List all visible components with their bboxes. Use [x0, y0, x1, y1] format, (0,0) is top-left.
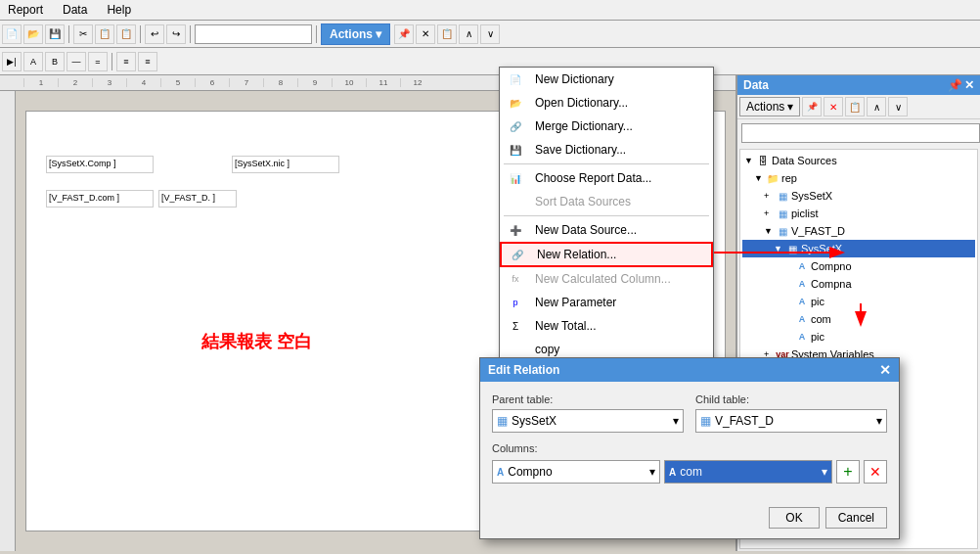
expand-syssetx2[interactable]: ▼ — [774, 244, 783, 254]
panel-title: Data — [743, 78, 769, 92]
dropdown-menu: 📄 New Dictionary 📂 Open Dictionary... 🔗 … — [499, 67, 714, 362]
menu-new-relation[interactable]: 🔗 New Relation... — [500, 242, 713, 267]
sort-sources-icon — [508, 194, 523, 209]
tb2-btn1[interactable]: ▶| — [2, 52, 22, 71]
sep1 — [68, 25, 69, 43]
sep4 — [316, 25, 317, 43]
panel-pin-icon[interactable]: 📌 — [948, 78, 962, 92]
tb2-btn3[interactable]: B — [45, 52, 65, 71]
syssetx2-label: SysSetX — [801, 243, 842, 254]
toolbar-btn4[interactable]: ✂ — [73, 24, 93, 44]
toolbar-btn5[interactable]: 📋 — [95, 24, 114, 44]
child-table-arrow: ▾ — [876, 414, 882, 428]
menu-choose-report[interactable]: 📊 Choose Report Data... — [500, 166, 713, 190]
child-table-select[interactable]: ▦ V_FAST_D ▾ — [695, 409, 887, 433]
tree-com[interactable]: A com — [742, 310, 975, 328]
tree-rep[interactable]: ▼ 📁 rep — [742, 169, 975, 187]
tb2-btn6[interactable]: ≡ — [116, 52, 136, 71]
toolbar-btn2[interactable]: 📂 — [23, 24, 43, 44]
expand-vfastd[interactable]: ▼ — [764, 226, 774, 236]
new-total-label: New Total... — [535, 319, 596, 333]
tree-datasources[interactable]: ▼ 🗄 Data Sources — [742, 152, 975, 169]
menu-data[interactable]: Data — [59, 2, 91, 18]
open-dict-label: Open Dictionary... — [535, 96, 628, 110]
dialog-footer: OK Cancel — [480, 503, 899, 538]
menu-open-dict[interactable]: 📂 Open Dictionary... — [500, 91, 713, 115]
panel-close-icon[interactable]: ✕ — [964, 78, 974, 92]
actions-button[interactable]: Actions ▾ — [321, 23, 390, 45]
new-calc-label: New Calculated Column... — [535, 272, 671, 286]
menu-save-dict[interactable]: 💾 Save Dictionary... — [500, 138, 713, 162]
toolbar-dn[interactable]: ∨ — [480, 24, 500, 44]
menu-new-dict[interactable]: 📄 New Dictionary — [500, 68, 713, 91]
tree-syssetx[interactable]: + ▦ SysSetX — [742, 187, 975, 205]
tb2-btn5[interactable]: = — [88, 52, 108, 71]
add-column-btn[interactable]: + — [836, 460, 860, 484]
tree-compno[interactable]: A Compno — [742, 257, 975, 275]
toolbar-btn3[interactable]: 💾 — [45, 24, 65, 44]
menu-help[interactable]: Help — [103, 2, 135, 18]
panel-tb-dn[interactable]: ∨ — [888, 97, 908, 116]
remove-column-btn[interactable]: ✕ — [864, 460, 887, 484]
menu-sep2 — [504, 215, 709, 216]
choose-report-label: Choose Report Data... — [535, 171, 651, 185]
child-table-col: Child table: ▦ V_FAST_D ▾ — [695, 393, 887, 433]
tree-pic[interactable]: A pic — [742, 293, 975, 310]
tree-piclist[interactable]: + ▦ piclist — [742, 205, 975, 222]
panel-tb-up[interactable]: ∧ — [867, 97, 886, 116]
new-relation-icon: 🔗 — [510, 247, 525, 262]
menu-new-datasource[interactable]: ➕ New Data Source... — [500, 218, 713, 242]
expand-syssetx[interactable]: + — [764, 191, 774, 201]
new-param-label: New Parameter — [535, 296, 616, 309]
col-left-value: Compno — [508, 465, 552, 479]
new-dict-label: New Dictionary — [535, 72, 614, 86]
child-table-value: V_FAST_D — [715, 414, 774, 428]
dialog-title-text: Edit Relation — [488, 363, 559, 377]
ok-button[interactable]: OK — [769, 507, 819, 529]
panel-search-input[interactable] — [741, 123, 980, 143]
dialog-close-btn[interactable]: ✕ — [879, 362, 891, 378]
tb2-btn2[interactable]: A — [23, 52, 43, 71]
tb2-btn7[interactable]: ≡ — [138, 52, 157, 71]
toolbar-up[interactable]: ∧ — [459, 24, 478, 44]
toolbar-btn1[interactable]: 📄 — [2, 24, 22, 44]
cancel-button[interactable]: Cancel — [825, 507, 887, 529]
toolbar-del[interactable]: ✕ — [416, 24, 435, 44]
tree-pic2[interactable]: A pic — [742, 328, 975, 346]
merge-dict-icon: 🔗 — [508, 118, 523, 134]
toolbar-undo[interactable]: ↩ — [145, 24, 164, 44]
sep3 — [190, 25, 191, 43]
menu-new-param[interactable]: p New Parameter — [500, 291, 713, 314]
canvas-elem3: [V_FAST_D.com ] — [46, 190, 154, 208]
toolbar-btn6[interactable]: 📋 — [116, 24, 136, 44]
col-left-select[interactable]: A Compno ▾ — [492, 460, 660, 484]
expand-piclist[interactable]: + — [764, 208, 774, 218]
choose-report-icon: 📊 — [508, 170, 523, 186]
menu-report[interactable]: Report — [4, 2, 47, 18]
tree-syssetx2[interactable]: ▼ ▦ SysSetX — [742, 240, 975, 257]
col-right-select[interactable]: A com ▾ — [664, 460, 832, 484]
panel-toolbar: Actions ▾ 📌 ✕ 📋 ∧ ∨ — [737, 95, 980, 119]
parent-table-select[interactable]: ▦ SysSetX ▾ — [492, 409, 684, 433]
toolbar-redo[interactable]: ↪ — [166, 24, 186, 44]
expand-datasources[interactable]: ▼ — [744, 156, 754, 165]
expand-rep[interactable]: ▼ — [754, 173, 764, 183]
menu-new-total[interactable]: Σ New Total... — [500, 314, 713, 338]
toolbar-copy2[interactable]: 📋 — [437, 24, 457, 44]
tb2-btn4[interactable]: — — [67, 52, 86, 71]
toolbar-search[interactable] — [195, 24, 312, 44]
panel-tb-copy[interactable]: 📋 — [845, 97, 865, 116]
child-table-grid-icon: ▦ — [700, 414, 711, 428]
ruler-vertical — [0, 91, 16, 551]
piclist-icon: ▦ — [776, 207, 789, 220]
panel-tb-del[interactable]: ✕ — [824, 97, 843, 116]
panel-actions-btn[interactable]: Actions ▾ — [739, 97, 800, 116]
menu-merge-dict[interactable]: 🔗 Merge Dictionary... — [500, 115, 713, 138]
panel-tb-pin[interactable]: 📌 — [802, 97, 822, 116]
tree-vfastd[interactable]: ▼ ▦ V_FAST_D — [742, 222, 975, 240]
tree-compna[interactable]: A Compna — [742, 275, 975, 293]
canvas-elem2: [SysSetX.nic ] — [232, 156, 339, 173]
new-datasource-icon: ➕ — [508, 222, 523, 238]
toolbar-pin[interactable]: 📌 — [394, 24, 414, 44]
copy-icon — [508, 342, 523, 357]
